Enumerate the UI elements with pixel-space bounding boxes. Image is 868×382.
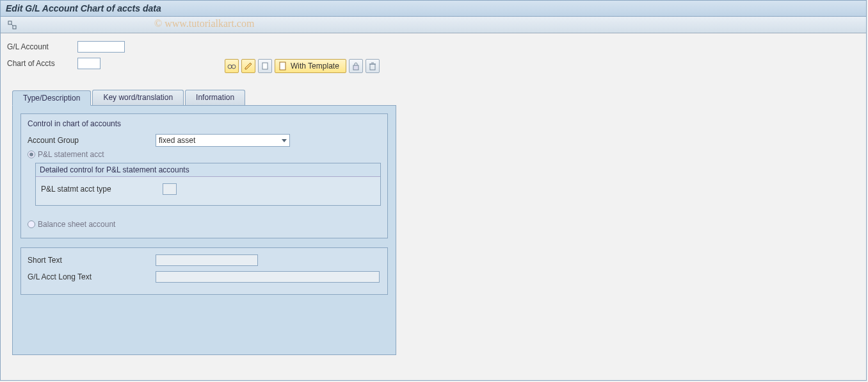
short-text-label: Short Text <box>28 256 156 265</box>
long-text-label: G/L Acct Long Text <box>28 272 156 281</box>
action-buttons: With Template <box>225 59 860 73</box>
balance-sheet-radio-row: Balance sheet account <box>28 220 381 229</box>
control-groupbox: Control in chart of accounts Account Gro… <box>20 113 388 238</box>
chart-of-accts-label: Chart of Accts <box>7 59 77 68</box>
account-group-value: fixed asset <box>159 136 195 145</box>
app-toolbar: © www.tutorialkart.com <box>1 17 866 33</box>
titlebar: Edit G/L Account Chart of accts data <box>1 1 866 17</box>
pencil-icon <box>244 62 253 71</box>
display-button[interactable] <box>225 59 239 73</box>
trash-icon <box>369 62 376 71</box>
page-icon <box>261 62 269 71</box>
window-title: Edit G/L Account Chart of accts data <box>6 3 161 13</box>
svg-line-2 <box>12 24 13 26</box>
balance-sheet-radio[interactable] <box>28 220 35 228</box>
control-group-title: Control in chart of accounts <box>28 119 381 128</box>
chevron-down-icon <box>282 139 287 142</box>
lock-button[interactable] <box>349 59 363 73</box>
with-template-label: With Template <box>291 62 339 71</box>
edit-button[interactable] <box>241 59 255 73</box>
glasses-icon <box>227 62 236 71</box>
svg-point-3 <box>228 65 232 69</box>
pl-type-label: P&L statmt acct type <box>41 185 163 194</box>
detailed-control-group: Detailed control for P&L statement accou… <box>35 163 381 206</box>
tab-strip: Type/Description Key word/translation In… <box>7 90 860 105</box>
tab-information[interactable]: Information <box>185 90 245 105</box>
pl-statement-radio-row: P&L statement acct <box>28 150 381 159</box>
content-area: G/L Account Chart of Accts With Template <box>1 33 866 355</box>
gl-account-label: G/L Account <box>7 42 77 51</box>
tab-keyword-translation[interactable]: Key word/translation <box>92 90 184 105</box>
with-template-button[interactable]: With Template <box>275 59 346 73</box>
app-window: Edit G/L Account Chart of accts data © w… <box>0 0 867 381</box>
pl-statement-label: P&L statement acct <box>38 150 104 159</box>
page-icon <box>279 62 287 71</box>
svg-rect-1 <box>13 26 16 29</box>
gl-account-input[interactable] <box>77 41 125 53</box>
svg-rect-6 <box>262 63 268 69</box>
create-button[interactable] <box>258 59 272 73</box>
object-links-icon[interactable] <box>6 19 19 31</box>
long-text-row: G/L Acct Long Text <box>28 270 381 284</box>
account-group-row: Account Group fixed asset <box>28 133 381 147</box>
account-group-label: Account Group <box>28 136 156 145</box>
svg-rect-7 <box>280 62 285 70</box>
chart-of-accts-input[interactable] <box>77 58 100 69</box>
delete-button[interactable] <box>366 59 380 73</box>
tab-panel: Control in chart of accounts Account Gro… <box>12 105 396 355</box>
gl-account-row: G/L Account <box>7 40 860 54</box>
watermark-text: © www.tutorialkart.com <box>154 18 254 29</box>
text-groupbox: Short Text G/L Acct Long Text <box>20 247 388 295</box>
svg-rect-0 <box>8 21 12 24</box>
tab-type-description[interactable]: Type/Description <box>12 90 91 106</box>
short-text-row: Short Text <box>28 253 381 267</box>
balance-sheet-label: Balance sheet account <box>38 220 115 229</box>
svg-rect-8 <box>353 65 358 70</box>
pl-type-input[interactable] <box>163 183 177 195</box>
svg-rect-9 <box>370 64 375 70</box>
short-text-input[interactable] <box>156 254 258 266</box>
long-text-input[interactable] <box>156 271 380 283</box>
detailed-control-title: Detailed control for P&L statement accou… <box>36 163 380 177</box>
svg-point-4 <box>232 65 236 69</box>
pl-type-row: P&L statmt acct type <box>41 182 375 196</box>
account-group-select[interactable]: fixed asset <box>156 134 290 147</box>
lock-icon <box>352 62 360 71</box>
pl-statement-radio[interactable] <box>28 151 35 158</box>
